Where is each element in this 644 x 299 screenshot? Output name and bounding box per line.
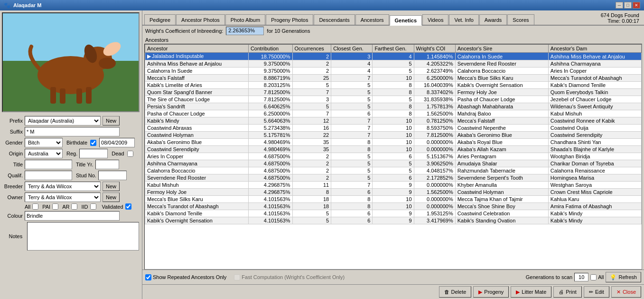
tab-videos[interactable]: Videos: [422, 14, 448, 25]
colour-label: Colour: [3, 213, 23, 219]
stud-input[interactable]: [98, 171, 127, 180]
table-row[interactable]: Persia's Sandrift6.640625%5581.757813%Ab…: [145, 103, 642, 110]
table-row[interactable]: Quom Star Spangl'd Banner7.812500%7588.3…: [145, 89, 642, 96]
owner-new-button[interactable]: New: [103, 193, 120, 202]
table-row[interactable]: Coastwind Serendipity4.980469%358100.000…: [145, 146, 642, 153]
table-row[interactable]: Ashihna Miss Behave at Anjalou9.375000%2…: [145, 60, 642, 68]
litter-mate-button[interactable]: ▶ Litter Mate: [511, 286, 551, 298]
title-input[interactable]: [25, 160, 72, 169]
coi-cell: 8.593750%: [414, 125, 455, 132]
tab-bar: Pedigree Ancestor Photos Photo Album Pro…: [142, 10, 644, 26]
iid-checkbox[interactable]: [90, 203, 96, 210]
tab-ancestors[interactable]: Ancestors: [355, 14, 389, 25]
prefix-select[interactable]: Alaqadar (Australia): [25, 116, 101, 125]
title-yr-input[interactable]: [95, 160, 119, 169]
tab-descendants[interactable]: Descendants: [314, 14, 355, 25]
table-row[interactable]: Kabik's Mindy5.664063%127100.781250%Mecc…: [145, 117, 642, 125]
tab-vet-info[interactable]: Vet. Info: [449, 14, 478, 25]
tab-pedigree[interactable]: Pedigree: [144, 14, 176, 25]
table-row[interactable]: Coastwind Abraxas5.273438%167108.593750%…: [145, 125, 642, 132]
closest-cell: 8: [331, 203, 373, 210]
table-row[interactable]: Kabik's Diamond Tenille4.101563%5691.953…: [145, 210, 642, 217]
dam-cell: Westghan Saroya: [548, 182, 641, 189]
ancestor-name-cell: Calahorra Boccaccio: [145, 167, 249, 174]
progeny-button[interactable]: ▶ Progeny: [473, 286, 509, 298]
table-row[interactable]: Calahorra In Suede9.375000%2452.623749%C…: [145, 68, 642, 75]
suffix-input[interactable]: [25, 127, 120, 136]
tab-ancestor-photos[interactable]: Ancestor Photos: [176, 14, 225, 25]
table-row[interactable]: Pasha of Chaucer Lodge6.250000%7681.5625…: [145, 110, 642, 117]
delete-button[interactable]: 🗑 Delete: [439, 286, 472, 298]
fast-computation-checkbox[interactable]: [234, 274, 240, 280]
gen-scan-input[interactable]: [574, 273, 588, 281]
contribution-cell: 8.886719%: [248, 75, 292, 82]
farthest-cell: 10: [373, 146, 414, 153]
owner-select[interactable]: Terry & Ada Wilcox: [25, 193, 101, 202]
farthest-cell: 6: [373, 153, 414, 160]
refresh-button[interactable]: 💡 Refresh: [606, 272, 641, 282]
birthdate-checkbox[interactable]: [90, 140, 96, 146]
table-row[interactable]: Aries In Copper4.687500%2565.151367%Arie…: [145, 153, 642, 160]
close-window-button[interactable]: ✕: [633, 2, 640, 9]
colour-row: Colour: [3, 211, 139, 221]
breeder-select[interactable]: Terry & Ada Wilcox: [25, 182, 101, 191]
tab-genetics[interactable]: Genetics: [390, 15, 422, 26]
edit-button[interactable]: ✏ Edit: [584, 286, 609, 298]
table-row[interactable]: Kabul Mishuh4.296875%11790.000000%Khyber…: [145, 182, 642, 189]
table-row[interactable]: Coastwind Holyman5.175781%227107.812500%…: [145, 132, 642, 139]
notes-textarea[interactable]: [27, 222, 139, 251]
prefix-new-button[interactable]: New: [103, 116, 120, 125]
table-row[interactable]: Kabik's Limelite of Aries8.203125%55816.…: [145, 82, 642, 89]
ancestors-table-container[interactable]: Ancestor Contribution Occurrences Closes…: [144, 44, 642, 270]
tab-progeny-photos[interactable]: Progeny Photos: [266, 14, 313, 25]
colour-input[interactable]: [25, 211, 120, 221]
pai-checkbox[interactable]: [52, 203, 58, 210]
table-row[interactable]: Mecca's Turandot of Abashagh4.101563%188…: [145, 203, 642, 210]
tab-awards[interactable]: Awards: [479, 14, 507, 25]
gender-select[interactable]: Bitch: [25, 138, 63, 147]
table-row[interactable]: Ashihna Charmayana4.687500%2553.906250%A…: [145, 160, 642, 167]
col-ancestor: Ancestor: [145, 45, 249, 53]
ancestor-name-cell: Akaba's Geronimo Blue: [145, 139, 249, 146]
ar-checkbox[interactable]: [71, 203, 77, 210]
closest-cell: 5: [331, 82, 373, 89]
breeder-new-button[interactable]: New: [103, 182, 120, 191]
fast-computation-label[interactable]: Fast Computation (Wright's Coefficient O…: [234, 274, 345, 280]
ancestor-name-cell: Fermoy Holy Joe: [145, 189, 249, 196]
dead-checkbox[interactable]: [127, 151, 133, 157]
minimize-button[interactable]: ─: [616, 2, 623, 9]
ancestor-name-cell: Coastwind Abraxas: [145, 125, 249, 132]
table-row[interactable]: Akaba's Geronimo Blue4.980469%358100.000…: [145, 139, 642, 146]
table-row[interactable]: Mecca's Blue Silks Karu4.101563%188100.0…: [145, 196, 642, 203]
coi-cell: 16.040039%: [414, 82, 455, 89]
table-row[interactable]: Kabik's Overnight Sensation4.101563%5693…: [145, 217, 642, 224]
maximize-button[interactable]: □: [624, 2, 632, 9]
table-row[interactable]: The Sire of Chaucer Lodge7.812500%35531.…: [145, 96, 642, 103]
all-gen-label[interactable]: All: [590, 274, 604, 280]
table-row[interactable]: Fermoy Holy Joe4.296875%8691.562500%Coas…: [145, 189, 642, 196]
all-checkbox[interactable]: [32, 203, 38, 210]
pai-text: PAI: [42, 204, 50, 210]
close-button[interactable]: ✕ Close: [611, 286, 641, 298]
contribution-cell: 5.273438%: [248, 125, 292, 132]
show-repeated-checkbox[interactable]: [145, 274, 151, 280]
show-repeated-label[interactable]: Show Repeated Ancestors Only: [145, 274, 226, 280]
print-button[interactable]: 🖨 Print: [553, 286, 582, 298]
table-row[interactable]: ▶Jalalabad Indisputable18.750000%2341.14…: [145, 53, 642, 60]
tab-scores[interactable]: Scores: [507, 14, 534, 25]
all-gen-checkbox[interactable]: [590, 274, 597, 280]
table-row[interactable]: Mecca's Falstaff8.886719%257106.250000%M…: [145, 75, 642, 82]
tab-photo-album[interactable]: Photo Album: [225, 14, 265, 25]
qualif-input[interactable]: [25, 171, 72, 180]
coi-cell: 3.906250%: [414, 160, 455, 167]
time-display: Time: 0.00:17: [535, 18, 639, 24]
coi-cell: 0.000000%: [414, 182, 455, 189]
svg-rect-8: [86, 87, 92, 104]
validated-checkbox[interactable]: [125, 203, 131, 210]
svg-rect-0: [3, 13, 139, 61]
origin-select[interactable]: Australia: [25, 149, 63, 158]
table-row[interactable]: Calahorra Boccaccio4.687500%2554.048157%…: [145, 167, 642, 174]
birthdate-input[interactable]: [99, 138, 135, 147]
table-row[interactable]: Severndene Red Rooster4.687500%2562.1728…: [145, 174, 642, 182]
reg-input[interactable]: [79, 149, 108, 158]
